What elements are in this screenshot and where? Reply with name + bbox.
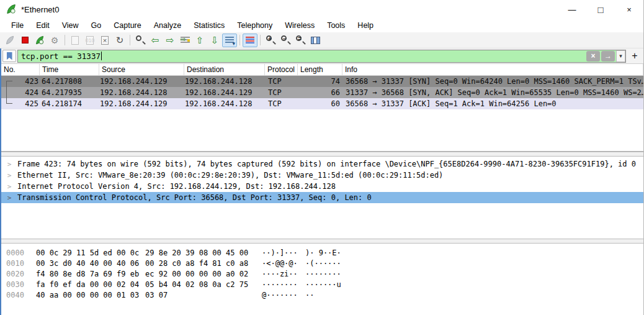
- open-file-button[interactable]: [68, 34, 83, 47]
- close-file-button[interactable]: ×: [97, 34, 112, 47]
- capture-options-button[interactable]: ⚙: [47, 34, 62, 47]
- restart-capture-button[interactable]: [32, 34, 47, 47]
- detail-row-ip[interactable]: > Internet Protocol Version 4, Src: 192.…: [1, 181, 643, 192]
- detail-text: Transmission Control Protocol, Src Port:…: [17, 193, 372, 202]
- colorize-button[interactable]: [243, 34, 257, 47]
- ascii-bytes[interactable]: ·<·@@·@·: [262, 259, 300, 268]
- column-header-source[interactable]: Source: [99, 64, 184, 75]
- hex-bytes[interactable]: fa f0 ef da 00 00 02 04: [36, 280, 141, 289]
- menu-analyze[interactable]: Analyze: [148, 20, 187, 31]
- filter-clear-button[interactable]: ×: [586, 51, 600, 62]
- column-header-info[interactable]: Info: [342, 64, 643, 75]
- cell-time: 64.218174: [40, 99, 99, 108]
- zoom-out-button[interactable]: −: [278, 34, 293, 47]
- menu-wireless[interactable]: Wireless: [279, 20, 321, 31]
- ascii-bytes[interactable]: ····zi··: [262, 270, 300, 278]
- ascii-bytes[interactable]: ·······u: [305, 280, 341, 289]
- menu-edit[interactable]: Edit: [30, 20, 56, 31]
- cell-protocol: TCP: [265, 99, 298, 108]
- zoom-original-button[interactable]: =: [293, 34, 308, 47]
- column-header-time[interactable]: Time: [40, 64, 99, 75]
- ascii-bytes[interactable]: )· 9··E·: [305, 249, 341, 257]
- maximize-button[interactable]: □: [586, 0, 615, 19]
- wireshark-window: *Ethernet0 — □ × File Edit View Go Captu…: [0, 0, 644, 315]
- hex-bytes[interactable]: 05 b4 04 02 08 0a c2 75: [145, 280, 251, 289]
- hex-bytes[interactable]: 00 3c d0 40 40 00 40 06: [36, 259, 141, 268]
- back-arrow-icon: ⇦: [151, 35, 159, 45]
- stop-capture-button[interactable]: [17, 34, 32, 47]
- packet-row-423[interactable]: 423 64.217808 192.168.244.129 192.168.24…: [1, 76, 643, 87]
- filter-apply-button[interactable]: →: [601, 51, 615, 62]
- reload-file-button[interactable]: ↻: [112, 34, 127, 47]
- auto-scroll-button[interactable]: ▾: [222, 34, 237, 47]
- menu-file[interactable]: File: [5, 20, 30, 31]
- toolbar-separator: [239, 35, 240, 45]
- menu-go[interactable]: Go: [85, 20, 108, 31]
- chevron-right-icon[interactable]: >: [1, 183, 17, 191]
- hex-row-0020[interactable]: 0020 f4 80 8e d8 7a 69 f9 eb ec 92 00 00…: [1, 268, 643, 279]
- detail-row-tcp-selected[interactable]: > Transmission Control Protocol, Src Por…: [1, 192, 643, 203]
- hex-bytes[interactable]: ec 92 00 00 00 00 a0 02: [145, 270, 251, 278]
- find-packet-icon: [135, 35, 146, 45]
- hex-bytes[interactable]: 00 0c 29 11 5d ed 00 0c: [36, 249, 141, 257]
- ascii-bytes[interactable]: ·(······: [305, 259, 341, 268]
- detail-row-ethernet[interactable]: > Ethernet II, Src: VMware_8e:20:39 (00:…: [1, 170, 643, 181]
- detail-row-frame[interactable]: > Frame 423: 74 bytes on wire (592 bits)…: [1, 158, 643, 170]
- save-file-button[interactable]: 010: [83, 34, 97, 47]
- add-filter-button[interactable]: +: [628, 50, 641, 62]
- column-header-no[interactable]: No.: [1, 64, 40, 75]
- ascii-bytes[interactable]: ··: [305, 291, 314, 299]
- open-file-icon: [71, 36, 79, 45]
- go-back-button[interactable]: ⇦: [148, 34, 163, 47]
- hex-row-0000[interactable]: 0000 00 0c 29 11 5d ed 00 0c 29 8e 20 39…: [1, 247, 643, 258]
- hex-bytes[interactable]: f4 80 8e d8 7a 69 f9 eb: [36, 270, 141, 278]
- column-header-protocol[interactable]: Protocol: [265, 64, 298, 75]
- menu-capture[interactable]: Capture: [107, 20, 147, 31]
- resize-columns-button[interactable]: [308, 34, 323, 47]
- display-filter-input[interactable]: tcp.port == 31337 × → ▾: [17, 50, 626, 63]
- ascii-bytes[interactable]: ··)·]···: [262, 249, 300, 257]
- go-to-packet-button[interactable]: ⇨: [177, 34, 192, 47]
- gear-icon: ⚙: [51, 36, 59, 45]
- chevron-right-icon[interactable]: >: [1, 194, 17, 202]
- hex-row-0040[interactable]: 0040 40 aa 00 00 00 00 01 03 03 07 @····…: [1, 290, 643, 300]
- hex-row-0030[interactable]: 0030 fa f0 ef da 00 00 02 04 05 b4 04 02…: [1, 279, 643, 290]
- hex-bytes[interactable]: 00 28 c0 a8 f4 81 c0 a8: [145, 259, 251, 268]
- packet-list-header: No. Time Source Destination Protocol Len…: [1, 64, 643, 76]
- packet-row-424[interactable]: 424 64.217935 192.168.244.128 192.168.24…: [1, 87, 643, 98]
- hex-offset: 0030: [1, 280, 30, 289]
- close-button[interactable]: ×: [615, 0, 643, 19]
- column-header-destination[interactable]: Destination: [184, 64, 265, 75]
- hex-bytes[interactable]: 40 aa 00 00 00 00 01 03: [36, 291, 141, 299]
- go-first-button[interactable]: ⇧: [192, 34, 207, 47]
- minimize-button[interactable]: —: [558, 0, 586, 19]
- menu-tools[interactable]: Tools: [321, 20, 351, 31]
- filter-bookmark-button[interactable]: [2, 50, 16, 62]
- column-header-length[interactable]: Length: [298, 64, 342, 75]
- pane-splitter[interactable]: [1, 239, 643, 244]
- wireshark-logo-icon: [6, 4, 17, 15]
- ascii-bytes[interactable]: ········: [305, 270, 341, 278]
- zoom-out-icon: −: [280, 35, 291, 45]
- hex-bytes[interactable]: 29 8e 20 39 08 00 45 00: [145, 249, 251, 257]
- find-packet-button[interactable]: [133, 34, 148, 47]
- menu-statistics[interactable]: Statistics: [187, 20, 231, 31]
- menu-view[interactable]: View: [56, 20, 85, 31]
- hex-row-0010[interactable]: 0010 00 3c d0 40 40 00 40 06 00 28 c0 a8…: [1, 258, 643, 268]
- chevron-right-icon[interactable]: >: [1, 160, 17, 168]
- cell-time: 64.217935: [40, 88, 99, 97]
- start-capture-button[interactable]: [2, 34, 17, 47]
- ascii-bytes[interactable]: @·······: [262, 291, 300, 299]
- ascii-bytes[interactable]: ········: [262, 280, 300, 289]
- go-forward-button[interactable]: ⇨: [163, 34, 177, 47]
- filter-dropdown-button[interactable]: ▾: [616, 50, 625, 62]
- packet-row-425[interactable]: 425 64.218174 192.168.244.129 192.168.24…: [1, 98, 643, 109]
- cell-info: 36568 → 31337 [ACK] Seq=1 Ack=1 Win=6425…: [342, 99, 643, 108]
- hex-bytes[interactable]: 03 07: [145, 291, 251, 299]
- go-last-button[interactable]: ⇩: [207, 34, 222, 47]
- zoom-in-button[interactable]: +: [263, 34, 278, 47]
- menu-help[interactable]: Help: [351, 20, 380, 31]
- menu-telephony[interactable]: Telephony: [231, 20, 279, 31]
- chevron-right-icon[interactable]: >: [1, 171, 17, 180]
- pane-splitter[interactable]: [1, 152, 643, 157]
